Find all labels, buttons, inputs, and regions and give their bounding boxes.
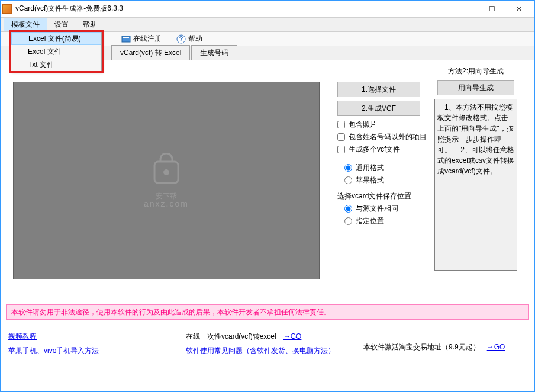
wizard-info: 1、本方法不用按照模板文件修改格式。点击上面的"用向导生成"，按照提示一步步操作… <box>434 99 517 271</box>
right-panel: 方法2:用向导生成 用向导生成 1、本方法不用按照模板文件修改格式。点击上面的"… <box>431 60 524 298</box>
tab-generate-number[interactable]: 生成号码 <box>191 45 237 60</box>
svg-rect-4 <box>154 162 178 183</box>
wizard-button[interactable]: 用向导生成 <box>437 80 514 95</box>
radio-specify-label: 指定位置 <box>356 216 384 226</box>
checkbox-multi-label: 生成多个vcf文件 <box>349 144 400 155</box>
menu-template[interactable]: 模板文件 <box>4 18 47 31</box>
dropdown-excel-simple[interactable]: Excel 文件(简易) <box>11 32 101 45</box>
svg-point-5 <box>163 169 169 175</box>
online-convert-text: 在线一次性vcard(vcf)转excel <box>186 332 283 340</box>
checkbox-other-label: 包含姓名号码以外的项目 <box>349 132 427 142</box>
radio-apple[interactable]: 苹果格式 <box>344 175 431 185</box>
radio-apple-label: 苹果格式 <box>356 175 384 185</box>
watermark: 安下帮 anxz.com <box>144 153 189 208</box>
titlebar: vCard(vcf)文件生成器-免费版6.3.3 ─ ☐ ✕ <box>0 0 535 18</box>
link-online-go[interactable]: →GO <box>283 332 302 340</box>
select-file-button[interactable]: 1.选择文件 <box>337 82 420 97</box>
method2-title: 方法2:用向导生成 <box>433 66 518 76</box>
toolbar-separator <box>169 34 169 44</box>
preview-area: 安下帮 anxz.com <box>13 82 320 279</box>
window-controls: ─ ☐ ✕ <box>451 0 533 18</box>
app-icon <box>2 4 12 14</box>
menu-settings[interactable]: 设置 <box>47 18 76 31</box>
link-taobao-go[interactable]: →GO <box>487 343 505 351</box>
help-icon: ? <box>176 34 186 44</box>
template-dropdown: Excel 文件(简易) Excel 文件 Txt 文件 <box>11 31 102 72</box>
link-video-tutorial[interactable]: 视频教程 <box>8 332 37 340</box>
links-col-3: 本软件激活淘宝交易地址（9.9元起） →GO <box>363 329 527 358</box>
close-button[interactable]: ✕ <box>505 0 533 18</box>
radio-apple-input[interactable] <box>344 176 352 184</box>
disclaimer-bar: 本软件请勿用于非法途径，使用本软件的行为及由此造成的后果，本软件开发者不承担任何… <box>6 304 529 320</box>
svg-rect-1 <box>123 37 129 38</box>
checkbox-other-input[interactable] <box>337 133 345 141</box>
generate-vcf-button[interactable]: 2.生成VCF <box>337 101 420 116</box>
radio-specify-input[interactable] <box>344 217 352 225</box>
radio-same-input[interactable] <box>344 205 352 213</box>
link-faq[interactable]: 软件使用常见问题（含软件发货、换电脑方法） <box>186 346 335 355</box>
menu-help[interactable]: 帮助 <box>76 18 104 31</box>
radio-generic-input[interactable] <box>344 164 352 172</box>
toolbar-register-label: 在线注册 <box>133 34 162 44</box>
main-content: 安下帮 anxz.com 1.选择文件 2.生成VCF 包含照片 包含姓名号码以… <box>0 60 535 298</box>
radio-same-label: 与源文件相同 <box>356 204 398 214</box>
radio-same-source[interactable]: 与源文件相同 <box>344 204 431 214</box>
radio-specify[interactable]: 指定位置 <box>344 216 431 226</box>
svg-rect-0 <box>122 36 130 42</box>
taobao-text: 本软件激活淘宝交易地址（9.9元起） <box>363 343 487 351</box>
toolbar-register[interactable]: 在线注册 <box>119 34 164 44</box>
radio-generic-label: 通用格式 <box>356 163 384 173</box>
left-panel: 安下帮 anxz.com <box>0 60 327 298</box>
maximize-button[interactable]: ☐ <box>478 0 505 18</box>
checkbox-multi-input[interactable] <box>337 146 345 153</box>
checkbox-multi[interactable]: 生成多个vcf文件 <box>337 144 431 155</box>
toolbar-help[interactable]: ? 帮助 <box>174 34 205 44</box>
links-col-1: 视频教程 苹果手机、vivo手机导入方法 <box>8 329 172 358</box>
checkbox-photo-input[interactable] <box>337 121 345 128</box>
minimize-button[interactable]: ─ <box>451 0 478 18</box>
toolbar-separator <box>114 34 114 44</box>
menubar: 模板文件 设置 帮助 <box>0 18 535 32</box>
checkbox-other[interactable]: 包含姓名号码以外的项目 <box>337 132 431 142</box>
register-icon <box>121 34 131 44</box>
link-apple-vivo[interactable]: 苹果手机、vivo手机导入方法 <box>8 346 99 355</box>
toolbar-help-label: 帮助 <box>188 34 202 44</box>
svg-text:?: ? <box>179 35 183 43</box>
checkbox-photo[interactable]: 包含照片 <box>337 120 431 130</box>
dropdown-txt[interactable]: Txt 文件 <box>11 58 101 71</box>
links-col-2: 在线一次性vcard(vcf)转excel →GO 软件使用常见问题（含软件发货… <box>186 329 349 358</box>
mid-panel: 1.选择文件 2.生成VCF 包含照片 包含姓名号码以外的项目 生成多个vcf文… <box>327 60 431 298</box>
window-title: vCard(vcf)文件生成器-免费版6.3.3 <box>15 4 451 14</box>
radio-generic[interactable]: 通用格式 <box>344 163 431 173</box>
dropdown-excel[interactable]: Excel 文件 <box>11 45 101 58</box>
checkbox-photo-label: 包含照片 <box>349 120 377 130</box>
tab-vcf-to-excel[interactable]: vCard(vcf) 转 Excel <box>111 45 190 60</box>
format-group: 通用格式 苹果格式 <box>337 163 431 185</box>
save-location-title: 选择vcard文件保存位置 <box>337 191 431 201</box>
links-row: 视频教程 苹果手机、vivo手机导入方法 在线一次性vcard(vcf)转exc… <box>0 322 535 361</box>
